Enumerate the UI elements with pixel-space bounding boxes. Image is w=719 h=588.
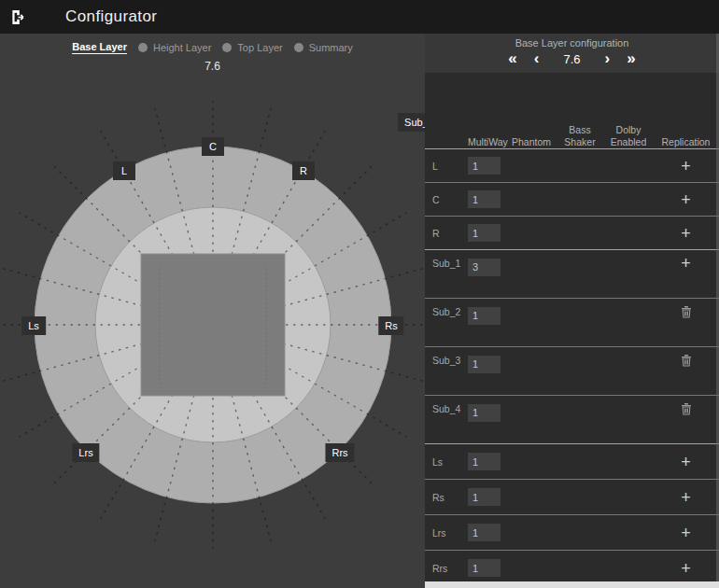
table-column-headers: MultiWay Phantom Bass Shaker Dolby Enabl…: [425, 73, 719, 155]
plus-icon: +: [681, 255, 691, 272]
speaker-chip-ls[interactable]: Ls: [21, 316, 46, 335]
channel-label: C: [432, 194, 468, 205]
column-header-replication: Replication: [653, 136, 719, 148]
speaker-chip-sub_1[interactable]: Sub_1: [398, 113, 425, 132]
plus-icon: +: [681, 560, 691, 577]
column-header-bass-shaker: Bass Shaker: [556, 124, 604, 148]
room-square: [141, 254, 285, 396]
channel-label: R: [432, 228, 468, 239]
table-row: L +: [425, 148, 719, 182]
plus-icon: +: [681, 525, 691, 541]
horizontal-scrollbar[interactable]: [425, 581, 719, 588]
multiway-input[interactable]: [468, 356, 500, 373]
channel-label: Sub_4: [432, 403, 468, 414]
table-row: Rs +: [425, 479, 719, 514]
multiway-input[interactable]: [468, 404, 500, 422]
speaker-chip-rrs[interactable]: Rrs: [325, 443, 354, 462]
multiway-input[interactable]: [468, 307, 500, 325]
channel-label: Sub_3: [432, 355, 468, 366]
multiway-input[interactable]: [468, 524, 500, 541]
speaker-chip-l[interactable]: L: [113, 161, 135, 180]
tab-label: Base Layer: [72, 41, 127, 54]
channel-label: Sub_1: [432, 258, 468, 269]
nav-first-button[interactable]: «: [506, 50, 518, 67]
diagram-pane: CLRLsRsLrsRrsSub_1 Base Layer Height Lay…: [0, 34, 425, 588]
trash-icon: [681, 305, 692, 318]
speaker-chip-lrs[interactable]: Lrs: [72, 443, 99, 462]
channel-label: Ls: [432, 456, 468, 468]
door-exit-icon: [8, 7, 28, 27]
panel-header: Base Layer configuration « ‹ 7.6 › »: [425, 34, 719, 73]
table-row: Sub_1 +: [425, 249, 719, 298]
tab-top-layer[interactable]: Top Layer: [222, 42, 282, 53]
layer-tabs: Base Layer Height Layer Top Layer Summar…: [0, 41, 425, 54]
nav-last-button[interactable]: »: [625, 50, 637, 67]
delete-row-button[interactable]: [675, 351, 698, 370]
table-row: Sub_3: [425, 346, 719, 395]
add-replication-button[interactable]: +: [675, 559, 698, 578]
tab-bullet-icon: [294, 43, 303, 52]
panel-title: Base Layer configuration: [425, 34, 719, 49]
channel-table: L + C + R + Sub_1 + Sub_2 Sub_3: [425, 148, 719, 585]
layer-navigation: « ‹ 7.6 › »: [425, 50, 719, 67]
multiway-input[interactable]: [468, 190, 500, 208]
tab-label: Height Layer: [153, 42, 211, 53]
column-header-multiway: MultiWay: [468, 136, 507, 148]
logout-button[interactable]: [0, 0, 35, 34]
trash-icon: [681, 354, 692, 367]
add-replication-button[interactable]: +: [675, 524, 698, 542]
multiway-input[interactable]: [468, 559, 500, 577]
tab-bullet-icon: [138, 43, 148, 52]
table-row: Lrs +: [425, 514, 719, 550]
app-header: Configurator: [0, 0, 719, 34]
add-replication-button[interactable]: +: [675, 254, 698, 273]
plus-icon: +: [681, 158, 691, 175]
table-row: Sub_4: [425, 395, 719, 443]
config-panel: Base Layer configuration « ‹ 7.6 › » Mul…: [425, 34, 719, 588]
add-replication-button[interactable]: +: [675, 157, 698, 175]
configurator-app: Configurator CLRLsRsLrsRrsSub_1 Base Lay…: [0, 0, 719, 588]
column-header-dolby-enabled: Dolby Enabled: [604, 124, 653, 148]
channel-label: Rs: [432, 492, 468, 503]
channel-label: Sub_2: [432, 306, 468, 317]
add-replication-button[interactable]: +: [675, 190, 698, 209]
channel-label: L: [432, 161, 468, 172]
tab-label: Summary: [309, 42, 353, 53]
channel-label: Lrs: [432, 527, 468, 539]
multiway-input[interactable]: [468, 224, 500, 242]
nav-next-button[interactable]: ›: [603, 50, 613, 67]
delete-row-button[interactable]: [675, 302, 698, 321]
plus-icon: +: [681, 489, 691, 506]
page-title: Configurator: [65, 7, 157, 26]
speaker-chip-rs[interactable]: Rs: [378, 316, 403, 335]
multiway-input[interactable]: [468, 157, 500, 175]
nav-prev-button[interactable]: ‹: [532, 50, 542, 67]
table-row: C +: [425, 182, 719, 216]
delete-row-button[interactable]: [675, 399, 698, 418]
add-replication-button[interactable]: +: [675, 488, 698, 507]
speaker-layout-diagram: [0, 34, 425, 588]
plus-icon: +: [681, 225, 691, 242]
table-row: Sub_2: [425, 298, 719, 346]
tab-label: Top Layer: [237, 42, 282, 53]
speaker-chip-c[interactable]: C: [202, 137, 224, 156]
plus-icon: +: [681, 191, 691, 208]
table-row: R +: [425, 216, 719, 249]
table-row: Rrs +: [425, 550, 719, 585]
tab-summary[interactable]: Summary: [294, 42, 353, 53]
tab-base-layer[interactable]: Base Layer: [72, 41, 127, 54]
add-replication-button[interactable]: +: [675, 224, 698, 243]
layer-value: 7.6: [0, 60, 425, 73]
multiway-input[interactable]: [468, 488, 500, 506]
trash-icon: [681, 402, 692, 415]
column-header-phantom: Phantom: [507, 136, 556, 148]
channel-label: Rrs: [432, 563, 468, 574]
table-row: Ls +: [425, 443, 719, 479]
multiway-input[interactable]: [468, 453, 500, 470]
tab-height-layer[interactable]: Height Layer: [138, 42, 211, 53]
plus-icon: +: [681, 454, 691, 470]
tab-bullet-icon: [222, 43, 232, 52]
add-replication-button[interactable]: +: [675, 453, 698, 471]
multiway-input[interactable]: [468, 259, 500, 276]
speaker-chip-r[interactable]: R: [292, 161, 315, 180]
